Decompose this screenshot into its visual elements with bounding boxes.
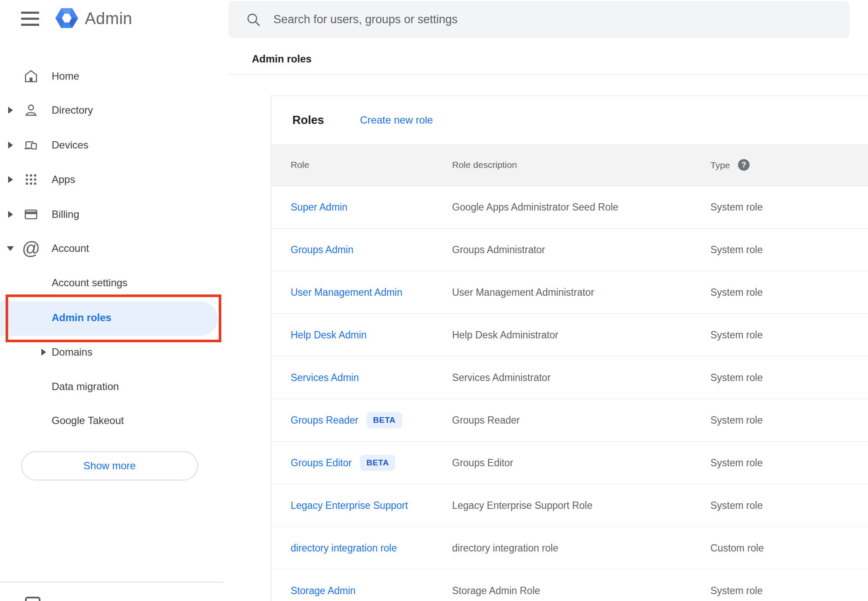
role-description: Services Administrator	[452, 372, 551, 384]
sidebar-item-domains[interactable]: Domains	[0, 335, 224, 369]
sidebar-item-google-takeout[interactable]: Google Takeout	[0, 403, 224, 438]
roles-card-header: Roles Create new role	[271, 96, 868, 144]
expand-arrow-icon[interactable]	[8, 107, 13, 114]
table-row: Legacy Enterprise Support Legacy Enterpr…	[271, 484, 868, 527]
role-description: Storage Admin Role	[452, 585, 540, 597]
role-link[interactable]: directory integration role	[291, 542, 397, 554]
beta-badge: BETA	[366, 412, 402, 428]
svg-text:?: ?	[741, 161, 746, 169]
role-link[interactable]: Legacy Enterprise Support	[291, 500, 408, 511]
role-description: Google Apps Administrator Seed Role	[452, 201, 618, 213]
card-title: Roles	[292, 114, 324, 127]
role-type: System role	[710, 329, 763, 341]
role-type: System role	[710, 585, 763, 597]
role-type: System role	[710, 372, 763, 384]
table-row: Help Desk Admin Help Desk Administrator …	[271, 314, 868, 356]
sidebar-item-directory[interactable]: Directory	[0, 93, 224, 127]
expand-arrow-icon[interactable]	[8, 176, 13, 183]
roles-card: Roles Create new role Role Role descript…	[271, 96, 868, 601]
create-new-role-link[interactable]: Create new role	[360, 114, 433, 126]
role-link[interactable]: Services Admin	[291, 372, 359, 384]
admin-hexagon-logo-icon	[54, 6, 79, 31]
role-description: Groups Administrator	[452, 244, 545, 256]
sidebar-item-admin-roles[interactable]: Admin roles	[0, 301, 218, 336]
sidebar-divider	[0, 582, 224, 582]
role-type: Custom role	[710, 542, 764, 554]
menu-hamburger-icon[interactable]	[21, 12, 39, 26]
breadcrumb: Admin roles	[252, 53, 312, 65]
role-type: System role	[710, 415, 763, 426]
table-row: Groups Editor BETA Groups Editor System …	[271, 442, 868, 484]
role-type: System role	[710, 201, 763, 213]
role-description: Help Desk Administrator	[452, 329, 558, 341]
role-type: System role	[710, 287, 763, 298]
app-title: Admin	[85, 9, 132, 28]
role-type: System role	[710, 457, 763, 469]
role-link[interactable]: Groups Editor BETA	[291, 455, 395, 471]
role-link[interactable]: Super Admin	[291, 201, 347, 213]
admin-console-screen: Admin Admin roles Home Direct	[0, 0, 868, 601]
show-more-button[interactable]: Show more	[21, 451, 198, 480]
beta-badge: BETA	[360, 455, 395, 471]
table-row: Groups Admin Groups Administrator System…	[271, 229, 868, 271]
role-link[interactable]: Groups Admin	[291, 244, 353, 256]
role-description: Legacy Enterprise Support Role	[452, 500, 592, 511]
apps-grid-icon	[24, 172, 38, 187]
expand-arrow-icon[interactable]	[8, 211, 13, 218]
sidebar-item-billing[interactable]: Billing	[0, 197, 224, 232]
collapse-arrow-icon[interactable]	[7, 246, 14, 251]
role-link[interactable]: User Management Admin	[291, 287, 403, 298]
sidebar-item-account-settings[interactable]: Account settings	[0, 266, 224, 300]
person-icon	[24, 103, 38, 118]
column-header-role-description: Role description	[452, 160, 517, 170]
credit-card-icon	[24, 207, 38, 222]
table-row: Services Admin Services Administrator Sy…	[271, 356, 868, 399]
role-link[interactable]: Storage Admin	[291, 585, 356, 597]
sidebar-item-apps[interactable]: Apps	[0, 162, 224, 197]
sidebar-item-home[interactable]: Home	[0, 59, 224, 93]
table-row: Storage Admin Storage Admin Role System …	[271, 570, 868, 601]
search-icon	[246, 12, 261, 28]
help-circle-icon[interactable]: ?	[738, 159, 750, 171]
role-description: Groups Editor	[452, 457, 513, 469]
role-description: directory integration role	[452, 542, 558, 554]
column-header-type: Type ?	[710, 159, 750, 171]
expand-arrow-icon[interactable]	[8, 142, 13, 149]
table-row: Groups Reader BETA Groups Reader System …	[271, 399, 868, 442]
header-divider	[229, 74, 868, 74]
role-type: System role	[710, 500, 763, 511]
at-sign-icon: @	[24, 241, 38, 256]
expand-arrow-icon[interactable]	[41, 349, 46, 356]
role-link[interactable]: Groups Reader BETA	[291, 412, 402, 428]
sidebar-item-data-migration[interactable]: Data migration	[0, 369, 224, 404]
table-row: directory integration role directory int…	[271, 527, 868, 570]
role-type: System role	[710, 244, 763, 256]
clipped-nav-icon	[25, 597, 40, 601]
devices-icon	[24, 138, 38, 152]
table-row: Super Admin Google Apps Administrator Se…	[271, 186, 868, 229]
home-icon	[24, 69, 38, 84]
search-input[interactable]	[273, 12, 825, 27]
search-bar[interactable]	[229, 1, 849, 38]
role-description: Groups Reader	[452, 415, 520, 426]
sidebar-item-account[interactable]: @ Account	[0, 231, 224, 266]
role-link[interactable]: Help Desk Admin	[291, 329, 366, 341]
role-description: User Management Administrator	[452, 287, 594, 298]
column-header-role: Role	[291, 160, 309, 170]
table-header-row: Role Role description Type ?	[271, 144, 868, 186]
table-row: User Management Admin User Management Ad…	[271, 271, 868, 314]
sidebar-item-devices[interactable]: Devices	[0, 128, 224, 162]
